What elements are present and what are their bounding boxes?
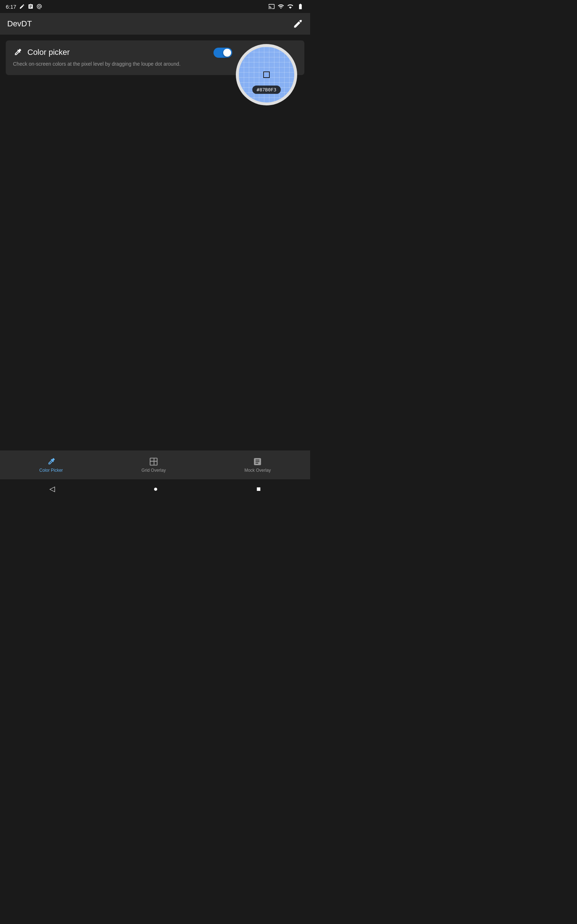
loupe-color-label: #87B0F3: [253, 86, 281, 94]
grid-overlay-nav-icon: [149, 457, 158, 466]
main-content: Color picker Check on-screen colors at t…: [0, 35, 310, 81]
recents-button[interactable]: ■: [256, 485, 261, 493]
color-picker-nav-label: Color Picker: [39, 468, 63, 473]
loupe[interactable]: #87B0F3: [236, 44, 297, 105]
color-picker-toggle[interactable]: [213, 48, 232, 58]
wifi-icon: [278, 3, 284, 10]
status-time: 6:17: [6, 3, 16, 10]
status-bar: 6:17: [0, 0, 310, 13]
clipboard-status-icon: [28, 3, 34, 10]
cast-icon: [268, 3, 275, 10]
nav-item-grid-overlay[interactable]: Grid Overlay: [133, 454, 174, 476]
battery-icon: [297, 3, 305, 10]
home-button[interactable]: ●: [153, 485, 158, 493]
svg-line-0: [301, 20, 301, 21]
nav-item-color-picker[interactable]: Color Picker: [31, 454, 71, 476]
at-status-icon: [36, 3, 42, 10]
app-title: DevDT: [7, 19, 32, 29]
card-description: Check on-screen colors at the pixel leve…: [13, 61, 193, 68]
system-nav: ◁ ● ■: [0, 479, 310, 498]
loupe-crosshair: [263, 71, 270, 78]
color-picker-card: Color picker Check on-screen colors at t…: [6, 40, 305, 75]
app-settings-icon[interactable]: [293, 19, 303, 29]
toggle-container[interactable]: [213, 48, 232, 58]
color-picker-nav-icon: [47, 457, 56, 466]
loupe-container[interactable]: #87B0F3: [236, 44, 297, 105]
bottom-nav: Color Picker Grid Overlay Mock Overlay: [0, 451, 310, 479]
toggle-thumb: [223, 49, 231, 57]
status-bar-left: 6:17: [6, 3, 42, 10]
signal-icon: [287, 3, 293, 10]
card-title: Color picker: [27, 48, 69, 57]
status-bar-right: [268, 3, 305, 10]
app-bar: DevDT: [0, 13, 310, 35]
back-button[interactable]: ◁: [49, 485, 55, 493]
empty-content-area: [0, 81, 310, 406]
eyedropper-icon: [13, 48, 23, 57]
nav-item-mock-overlay[interactable]: Mock Overlay: [236, 454, 279, 476]
grid-overlay-nav-label: Grid Overlay: [141, 468, 166, 473]
pencil-status-icon: [19, 3, 25, 10]
mock-overlay-nav-icon: [253, 457, 262, 466]
mock-overlay-nav-label: Mock Overlay: [245, 468, 271, 473]
